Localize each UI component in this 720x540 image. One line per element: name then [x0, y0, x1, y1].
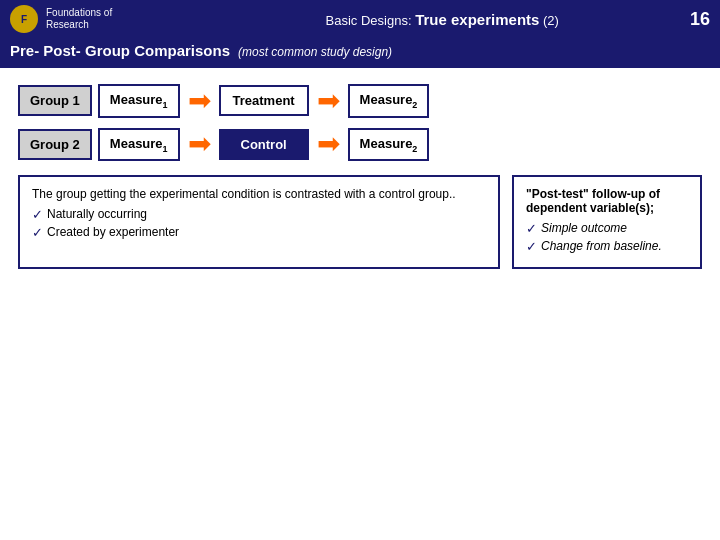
arrow2: ➡	[317, 87, 340, 115]
treatment-box: Treatment	[219, 85, 309, 116]
posttest-checkmark-1: ✓	[526, 221, 537, 236]
posttest-check-1: ✓ Simple outcome	[526, 221, 688, 236]
header: F Foundations of Research Basic Designs:…	[0, 0, 720, 38]
section-title-bar: Pre- Post- Group Comparisons (most commo…	[0, 38, 720, 68]
posttest-label-1: Simple outcome	[541, 221, 627, 235]
posttest-box: "Post-test" follow-up of dependent varia…	[512, 175, 702, 269]
section-subtitle: (most common study design)	[238, 45, 392, 59]
check-item-2: ✓ Created by experimenter	[32, 225, 486, 240]
arrow3: ➡	[188, 130, 211, 158]
bottom-area: The group getting the experimental condi…	[18, 175, 702, 269]
page-number: 16	[690, 9, 710, 30]
check-item-1: ✓ Naturally occurring	[32, 207, 486, 222]
measure1-group1-box: Measure1	[98, 84, 180, 118]
svg-text:F: F	[21, 14, 27, 25]
posttest-label-2: Change from baseline.	[541, 239, 662, 253]
desc-paragraph: The group getting the experimental condi…	[32, 187, 486, 201]
slide-title: Basic Designs: True experiments (2)	[205, 11, 680, 28]
group2-box: Group 2	[18, 129, 92, 160]
posttest-check-2: ✓ Change from baseline.	[526, 239, 688, 254]
control-box: Control	[219, 129, 309, 160]
arrow1: ➡	[188, 87, 211, 115]
arrow4: ➡	[317, 130, 340, 158]
section-title: Pre- Post- Group Comparisons	[10, 42, 230, 59]
posttest-title: "Post-test" follow-up of dependent varia…	[526, 187, 688, 215]
check-label-1: Naturally occurring	[47, 207, 147, 221]
diagram-rows: Group 1 Measure1 ➡ Treatment ➡ Measure2 …	[18, 84, 702, 161]
posttest-checkmark-2: ✓	[526, 239, 537, 254]
description-box: The group getting the experimental condi…	[18, 175, 500, 269]
measure2-group1-box: Measure2	[348, 84, 430, 118]
diagram-row-1: Group 1 Measure1 ➡ Treatment ➡ Measure2	[18, 84, 702, 118]
measure1-group2-box: Measure1	[98, 128, 180, 162]
group1-box: Group 1	[18, 85, 92, 116]
check-label-2: Created by experimenter	[47, 225, 179, 239]
checkmark-2: ✓	[32, 225, 43, 240]
checkmark-1: ✓	[32, 207, 43, 222]
diagram-row-2: Group 2 Measure1 ➡ Control ➡ Measure2	[18, 128, 702, 162]
measure2-group2-box: Measure2	[348, 128, 430, 162]
main-content: Group 1 Measure1 ➡ Treatment ➡ Measure2 …	[0, 68, 720, 279]
logo: F	[10, 5, 38, 33]
org-name: Foundations of Research	[46, 7, 205, 31]
